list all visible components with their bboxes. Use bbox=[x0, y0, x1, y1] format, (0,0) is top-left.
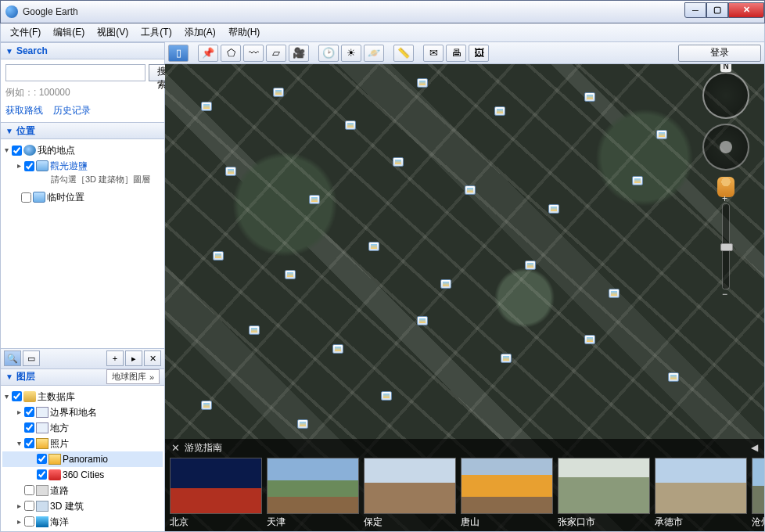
places-panel-header[interactable]: ▼ 位置 bbox=[1, 122, 164, 139]
checkbox[interactable] bbox=[24, 501, 34, 511]
checkbox[interactable] bbox=[24, 485, 34, 495]
road-icon bbox=[36, 485, 48, 496]
app-icon bbox=[5, 5, 18, 18]
email-button[interactable]: ✉ bbox=[423, 45, 444, 62]
layer-borders[interactable]: ▸ 边界和地名 bbox=[2, 404, 163, 420]
layer-icon bbox=[36, 407, 48, 418]
tour-thumb[interactable] bbox=[461, 458, 553, 514]
tour-thumb[interactable] bbox=[170, 458, 262, 514]
tour-button[interactable]: 🎥 bbox=[289, 45, 309, 62]
panoramio-icon bbox=[48, 454, 61, 465]
places-my-places[interactable]: ▾ 我的地点 bbox=[2, 142, 163, 158]
add-folder-button[interactable]: + bbox=[106, 350, 124, 366]
ruler-button[interactable]: 📏 bbox=[393, 45, 414, 62]
expand-icon[interactable]: ▾ bbox=[2, 142, 10, 158]
expand-icon bbox=[15, 420, 23, 436]
checkbox[interactable] bbox=[24, 438, 34, 448]
layers-title: 图层 bbox=[16, 370, 35, 383]
login-button[interactable]: 登录 bbox=[678, 45, 761, 62]
expand-icon[interactable]: ▸ bbox=[15, 404, 23, 420]
sidebar-toggle-button[interactable]: ▯ bbox=[168, 45, 189, 62]
satellite-view[interactable]: N ✕ 游览指南 ◀ bbox=[165, 64, 764, 531]
database-icon bbox=[23, 391, 36, 402]
checkbox[interactable] bbox=[21, 192, 31, 203]
maximize-button[interactable]: ▢ bbox=[706, 2, 728, 18]
polygon-button[interactable]: ⬠ bbox=[221, 45, 241, 62]
tour-thumb[interactable] bbox=[655, 458, 747, 514]
delete-button[interactable]: ✕ bbox=[144, 350, 161, 366]
places-sightseeing[interactable]: ▸ 觀光遊鹽 bbox=[2, 158, 163, 174]
tour-strip: ✕ 游览指南 ◀ 北京 天津 保定 唐山 bbox=[165, 439, 764, 531]
expand-icon[interactable]: ▾ bbox=[2, 389, 10, 404]
menu-tools[interactable]: 工具(T) bbox=[135, 24, 178, 41]
directions-link[interactable]: 获取路线 bbox=[5, 105, 43, 116]
checkbox[interactable] bbox=[37, 454, 47, 464]
path-button[interactable]: 〰 bbox=[243, 45, 264, 62]
placemark-button[interactable]: 📌 bbox=[198, 45, 218, 62]
expand-icon[interactable]: ▸ bbox=[15, 530, 23, 532]
history-link[interactable]: 历史记录 bbox=[53, 105, 91, 116]
sun-button[interactable]: ☀ bbox=[341, 45, 361, 62]
tour-close-button[interactable]: ✕ bbox=[171, 442, 180, 454]
layer-photos[interactable]: ▾ 照片 bbox=[2, 436, 163, 451]
layer-panoramio[interactable]: Panoramio bbox=[2, 451, 163, 467]
look-joystick[interactable] bbox=[702, 124, 749, 171]
tour-thumb[interactable] bbox=[267, 458, 359, 514]
compass[interactable]: N bbox=[702, 72, 749, 119]
earth-gallery-button[interactable]: 地球图库» bbox=[106, 369, 160, 384]
label: 海洋 bbox=[50, 514, 69, 530]
search-input[interactable] bbox=[5, 64, 145, 81]
minimize-button[interactable]: ─ bbox=[684, 2, 706, 18]
expand-icon[interactable]: ▾ bbox=[15, 436, 23, 451]
tour-scroll-left[interactable]: ◀ bbox=[751, 442, 758, 453]
layer-ocean[interactable]: ▸ 海洋 bbox=[2, 514, 163, 530]
checkbox[interactable] bbox=[24, 422, 34, 433]
zoom-slider[interactable] bbox=[722, 203, 730, 289]
expand-icon[interactable]: ▸ bbox=[15, 498, 23, 514]
checkbox[interactable] bbox=[12, 146, 22, 156]
search-places-button[interactable]: 🔍 bbox=[4, 350, 21, 366]
menu-view[interactable]: 视图(V) bbox=[91, 24, 135, 41]
checkbox[interactable] bbox=[24, 516, 34, 527]
expand-icon[interactable]: ▸ bbox=[15, 514, 23, 530]
layer-database[interactable]: ▾ 主数据库 bbox=[2, 389, 163, 404]
layer-weather[interactable]: ▸ 气象 bbox=[2, 530, 163, 532]
search-panel-header[interactable]: ▼ Search bbox=[1, 42, 164, 59]
menu-help[interactable]: 帮助(H) bbox=[222, 24, 267, 41]
layer-local[interactable]: 地方 bbox=[2, 420, 163, 436]
save-image-button[interactable]: 🖼 bbox=[469, 45, 489, 62]
play-tour-button[interactable]: ▸ bbox=[125, 350, 142, 366]
layer-360cities[interactable]: 360 Cities bbox=[2, 467, 163, 483]
menu-file[interactable]: 文件(F) bbox=[4, 24, 47, 41]
checkbox[interactable] bbox=[24, 161, 34, 171]
planet-button[interactable]: 🪐 bbox=[364, 45, 384, 62]
zoom-thumb[interactable] bbox=[720, 243, 733, 251]
label: 主数据库 bbox=[38, 389, 75, 404]
menu-add[interactable]: 添加(A) bbox=[178, 24, 222, 41]
tour-caption: 保定 bbox=[364, 516, 456, 529]
layer-roads[interactable]: 道路 bbox=[2, 483, 163, 498]
tour-thumb[interactable] bbox=[752, 458, 764, 514]
toggle-button[interactable]: ▭ bbox=[23, 350, 40, 366]
layers-panel-header[interactable]: ▼ 图层 地球图库» bbox=[1, 368, 164, 386]
tour-thumbnails bbox=[165, 456, 764, 516]
search-panel: 搜索 例如：: 100000 获取路线 历史记录 bbox=[1, 59, 164, 122]
places-temp[interactable]: 临时位置 bbox=[2, 189, 163, 205]
history-button[interactable]: 🕑 bbox=[318, 45, 339, 62]
360-icon bbox=[48, 469, 61, 480]
collapse-icon: ▼ bbox=[5, 372, 13, 381]
print-button[interactable]: 🖶 bbox=[446, 45, 466, 62]
expand-icon[interactable]: ▸ bbox=[15, 158, 23, 174]
checkbox[interactable] bbox=[12, 391, 22, 401]
tour-thumb[interactable] bbox=[364, 458, 456, 514]
tour-captions: 北京 天津 保定 唐山 张家口市 承德市 沧州市 bbox=[165, 516, 764, 529]
checkbox[interactable] bbox=[24, 407, 34, 417]
menu-edit[interactable]: 编辑(E) bbox=[47, 24, 91, 41]
close-button[interactable]: ✕ bbox=[728, 2, 764, 18]
checkbox[interactable] bbox=[37, 469, 47, 480]
label: 地方 bbox=[50, 420, 69, 436]
layer-3d-buildings[interactable]: ▸ 3D 建筑 bbox=[2, 498, 163, 514]
tour-thumb[interactable] bbox=[558, 458, 650, 514]
north-indicator[interactable]: N bbox=[720, 64, 731, 72]
overlay-button[interactable]: ▱ bbox=[266, 45, 286, 62]
